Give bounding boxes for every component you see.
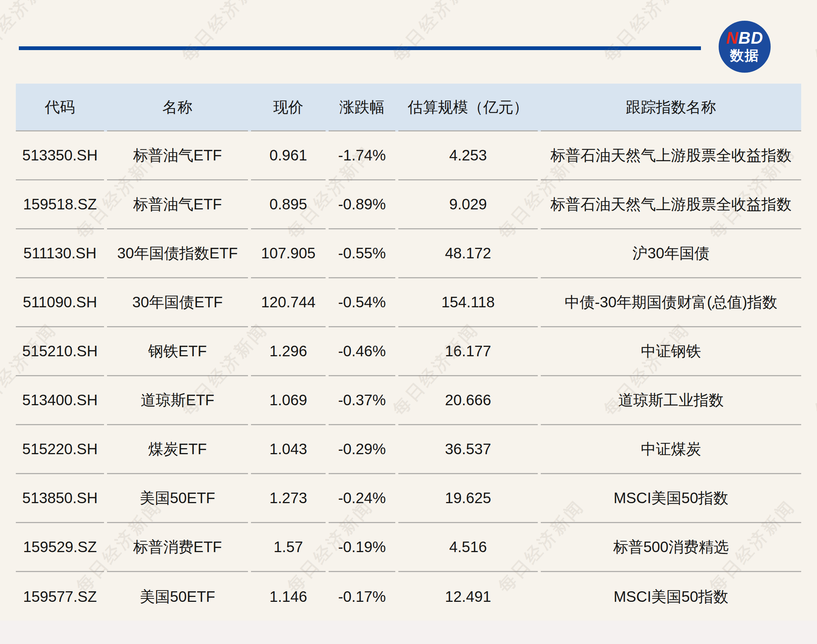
cell-name: 标普油气ETF [107, 132, 248, 180]
table-row: 159529.SZ标普消费ETF1.57-0.19%4.516标普500消费精选 [16, 523, 801, 572]
cell-scale: 36.537 [398, 425, 538, 474]
cell-index: 沪30年国债 [541, 229, 801, 278]
cell-scale: 9.029 [398, 180, 538, 229]
column-header-name: 名称 [107, 84, 248, 132]
cell-price: 1.043 [251, 425, 326, 474]
watermark-text: 每日经济新闻 [599, 0, 695, 67]
cell-change: -0.29% [329, 425, 395, 474]
cell-price: 1.273 [251, 474, 326, 523]
cell-scale: 19.625 [398, 474, 538, 523]
nbd-logo: NBD 数据 [719, 21, 771, 73]
cell-code: 159518.SZ [16, 180, 104, 229]
cell-name: 30年国债ETF [107, 278, 248, 327]
logo-text-shuju: 数据 [730, 48, 759, 64]
watermark-text: 每日经济新闻 [810, 0, 817, 67]
watermark-text: 每日经济新闻 [388, 0, 484, 67]
table-header-row: 代码名称现价涨跌幅估算规模（亿元）跟踪指数名称 [16, 84, 801, 132]
cell-code: 159577.SZ [16, 572, 104, 621]
table-row: 513400.SH道琼斯ETF1.069-0.37%20.666道琼斯工业指数 [16, 376, 801, 425]
table-row: 511090.SH30年国债ETF120.744-0.54%154.118中债-… [16, 278, 801, 327]
cell-scale: 20.666 [398, 376, 538, 425]
cell-name: 标普消费ETF [107, 523, 248, 572]
column-header-price: 现价 [251, 84, 326, 132]
table-row: 159518.SZ标普油气ETF0.895-0.89%9.029标普石油天然气上… [16, 180, 801, 229]
cell-code: 511130.SH [16, 229, 104, 278]
cell-price: 0.895 [251, 180, 326, 229]
table-row: 511130.SH30年国债指数ETF107.905-0.55%48.172沪3… [16, 229, 801, 278]
table-row: 513850.SH美国50ETF1.273-0.24%19.625MSCI美国5… [16, 474, 801, 523]
column-header-index: 跟踪指数名称 [541, 84, 801, 132]
cell-scale: 154.118 [398, 278, 538, 327]
cell-code: 513350.SH [16, 132, 104, 180]
cell-code: 511090.SH [16, 278, 104, 327]
etf-table: 代码名称现价涨跌幅估算规模（亿元）跟踪指数名称 513350.SH标普油气ETF… [16, 84, 801, 621]
cell-code: 515210.SH [16, 327, 104, 376]
cell-price: 1.296 [251, 327, 326, 376]
cell-code: 159529.SZ [16, 523, 104, 572]
cell-scale: 48.172 [398, 229, 538, 278]
cell-scale: 16.177 [398, 327, 538, 376]
cell-name: 钢铁ETF [107, 327, 248, 376]
table-body: 513350.SH标普油气ETF0.961-1.74%4.253标普石油天然气上… [16, 132, 801, 621]
cell-change: -1.74% [329, 132, 395, 180]
table-row: 515210.SH钢铁ETF1.296-0.46%16.177中证钢铁 [16, 327, 801, 376]
cell-price: 1.57 [251, 523, 326, 572]
cell-change: -0.24% [329, 474, 395, 523]
cell-scale: 4.516 [398, 523, 538, 572]
table-row: 515220.SH煤炭ETF1.043-0.29%36.537中证煤炭 [16, 425, 801, 474]
cell-name: 美国50ETF [107, 474, 248, 523]
watermark-text: 每日经济新闻 [177, 0, 273, 67]
cell-price: 107.905 [251, 229, 326, 278]
cell-change: -0.89% [329, 180, 395, 229]
watermark-text: 每日经济新闻 [0, 0, 61, 67]
cell-change: -0.17% [329, 572, 395, 621]
cell-change: -0.55% [329, 229, 395, 278]
cell-price: 1.146 [251, 572, 326, 621]
column-header-code: 代码 [16, 84, 104, 132]
cell-change: -0.46% [329, 327, 395, 376]
column-header-change: 涨跌幅 [329, 84, 395, 132]
cell-index: 中证钢铁 [541, 327, 801, 376]
cell-index: MSCI美国50指数 [541, 572, 801, 621]
cell-change: -0.19% [329, 523, 395, 572]
column-header-scale: 估算规模（亿元） [398, 84, 538, 132]
cell-scale: 12.491 [398, 572, 538, 621]
page: NBD 数据 代码名称现价涨跌幅估算规模（亿元）跟踪指数名称 513350.SH… [0, 0, 817, 644]
cell-index: 道琼斯工业指数 [541, 376, 801, 425]
logo-letter-n: N [726, 29, 739, 47]
cell-index: MSCI美国50指数 [541, 474, 801, 523]
cell-index: 标普500消费精选 [541, 523, 801, 572]
cell-price: 1.069 [251, 376, 326, 425]
cell-name: 美国50ETF [107, 572, 248, 621]
cell-change: -0.54% [329, 278, 395, 327]
cell-price: 0.961 [251, 132, 326, 180]
cell-name: 道琼斯ETF [107, 376, 248, 425]
cell-code: 513400.SH [16, 376, 104, 425]
cell-index: 中债-30年期国债财富(总值)指数 [541, 278, 801, 327]
cell-scale: 4.253 [398, 132, 538, 180]
logo-letters-bd: BD [739, 29, 763, 47]
bottom-strip [0, 621, 817, 644]
header-divider-line [19, 46, 701, 50]
cell-price: 120.744 [251, 278, 326, 327]
table-row: 513350.SH标普油气ETF0.961-1.74%4.253标普石油天然气上… [16, 132, 801, 180]
logo-text-nbd: NBD [726, 30, 763, 46]
cell-code: 513850.SH [16, 474, 104, 523]
cell-index: 标普石油天然气上游股票全收益指数 [541, 180, 801, 229]
cell-index: 标普石油天然气上游股票全收益指数 [541, 132, 801, 180]
cell-code: 515220.SH [16, 425, 104, 474]
cell-name: 30年国债指数ETF [107, 229, 248, 278]
cell-name: 煤炭ETF [107, 425, 248, 474]
table-row: 159577.SZ美国50ETF1.146-0.17%12.491MSCI美国5… [16, 572, 801, 621]
watermark-text: 每日经济新闻 [810, 318, 817, 421]
cell-index: 中证煤炭 [541, 425, 801, 474]
cell-change: -0.37% [329, 376, 395, 425]
cell-name: 标普油气ETF [107, 180, 248, 229]
